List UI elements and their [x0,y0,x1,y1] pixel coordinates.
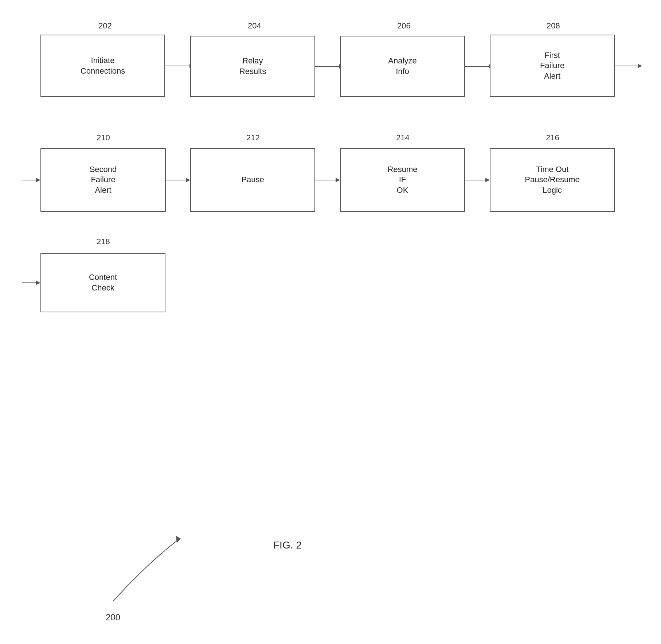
label-214: 214 [396,133,410,143]
box-timeout-pause-resume-text: Time Out Pause/Resume Logic [525,164,579,196]
box-analyze-info-text: Analyze Info [388,56,416,77]
box-timeout-pause-resume: Time Out Pause/Resume Logic [490,148,615,212]
box-first-failure-alert-text: First Failure Alert [540,50,564,82]
box-resume-if-ok: Resume IF OK [340,148,465,212]
box-second-failure-alert-text: Second Failure Alert [90,164,117,196]
svg-marker-9 [36,178,40,182]
box-resume-if-ok-text: Resume IF OK [388,164,418,196]
box-content-check: Content Check [40,253,165,312]
svg-marker-11 [186,178,190,182]
label-210: 210 [97,133,110,143]
svg-marker-15 [485,178,490,182]
label-212: 212 [246,133,260,143]
box-analyze-info: Analyze Info [340,36,465,97]
box-second-failure-alert: Second Failure Alert [40,148,166,212]
svg-marker-13 [336,178,340,182]
svg-marker-17 [36,281,40,285]
label-218: 218 [97,237,110,246]
box-pause-text: Pause [241,175,264,185]
box-pause: Pause [190,148,315,212]
label-208: 208 [547,21,560,31]
box-initiate-connections: Initiate Connections [40,35,165,97]
svg-marker-7 [638,64,642,68]
label-202: 202 [98,21,112,31]
box-initiate-connections-text: Initiate Connections [81,55,125,76]
box-content-check-text: Content Check [89,272,117,293]
svg-marker-18 [176,536,181,543]
label-204: 204 [248,21,261,31]
label-206: 206 [397,21,411,31]
figure-label: FIG. 2 [273,539,302,551]
diagram-container: 202 204 206 208 Initiate Connections Rel… [0,0,661,644]
box-relay-results: Relay Results [190,36,315,97]
ref-200-label: 200 [106,612,120,622]
box-first-failure-alert: First Failure Alert [490,35,615,97]
box-relay-results-text: Relay Results [239,56,266,77]
label-216: 216 [546,133,559,143]
